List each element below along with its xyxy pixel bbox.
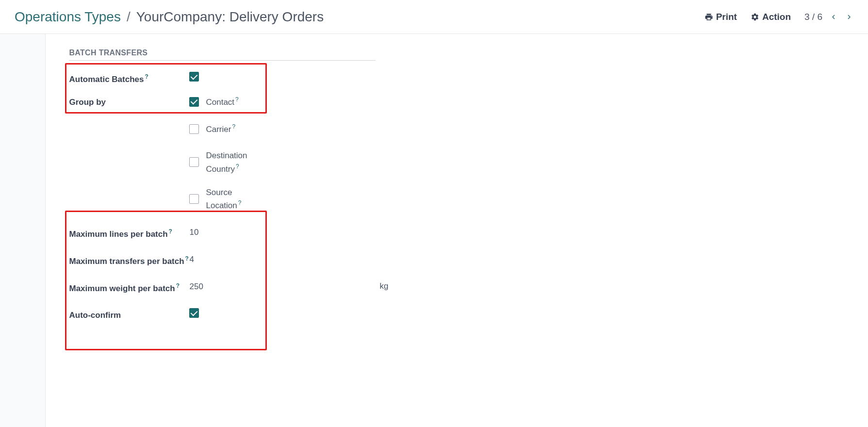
field-group-by-destination: Destination Country? [69,147,845,175]
max-transfers-label-text: Maximum transfers per batch [69,257,184,266]
print-icon [704,13,713,21]
group-by-destination-checkbox[interactable] [189,157,199,167]
group-by-label: Group by [69,93,189,109]
help-icon[interactable]: ? [185,255,189,262]
field-group-by-source: Source Location? [69,184,845,212]
print-button[interactable]: Print [704,12,737,22]
chevron-right-icon [845,13,853,21]
group-by-carrier-label: Carrier? [206,122,235,135]
automatic-batches-checkbox[interactable] [189,72,199,82]
group-by-source-label: Source Location? [206,186,269,212]
pager-text: 3 / 6 [804,12,822,22]
topbar-actions: Print Action 3 / 6 [704,12,853,22]
max-lines-value[interactable]: 10 [189,227,198,237]
pager-next[interactable] [845,13,853,21]
chevron-left-icon [829,13,838,21]
help-icon[interactable]: ? [176,282,180,289]
action-button[interactable]: Action [751,12,791,22]
field-automatic-batches: Automatic Batches? [69,69,845,88]
group-by-destination-text: Destination Country [206,151,247,173]
max-weight-value[interactable]: 250 [189,281,203,292]
group-by-contact-checkbox[interactable] [189,97,199,107]
group-by-contact-label: Contact? [206,95,238,108]
field-group-by-carrier: Carrier? [69,120,845,138]
auto-confirm-label: Auto-confirm [69,306,189,322]
field-auto-confirm: Auto-confirm [69,306,845,324]
max-weight-unit: kg [379,281,388,291]
form-area: BATCH TRANSFERS Automatic Batches? Group… [46,34,868,427]
help-icon[interactable]: ? [169,228,172,235]
help-icon[interactable]: ? [145,73,148,80]
max-transfers-label: Maximum transfers per batch? [69,251,189,268]
max-transfers-value[interactable]: 4 [189,254,194,264]
action-label: Action [762,12,791,22]
breadcrumb-separator: / [127,9,131,25]
section-title: BATCH TRANSFERS [69,49,376,61]
group-by-destination-label: Destination Country? [206,149,269,175]
left-gutter [0,34,46,427]
group-by-carrier-text: Carrier [206,125,231,134]
group-by-carrier-checkbox[interactable] [189,124,199,134]
max-weight-label: Maximum weight per batch? [69,279,189,295]
print-label: Print [716,12,737,22]
max-weight-label-text: Maximum weight per batch [69,284,175,293]
field-max-lines: Maximum lines per batch? 10 [69,224,845,243]
pager: 3 / 6 [804,12,853,22]
breadcrumb-root[interactable]: Operations Types [15,9,121,25]
field-group-by: Group by Contact? [69,93,845,111]
breadcrumb: Operations Types / YourCompany: Delivery… [15,9,324,25]
help-icon[interactable]: ? [236,163,239,170]
gear-icon [751,13,759,21]
group-by-source-text: Source Location [206,188,237,210]
pager-prev[interactable] [829,13,838,21]
help-icon[interactable]: ? [235,96,239,103]
max-lines-label: Maximum lines per batch? [69,224,189,241]
auto-confirm-checkbox[interactable] [189,308,199,318]
max-lines-label-text: Maximum lines per batch [69,230,167,239]
breadcrumb-current: YourCompany: Delivery Orders [136,9,324,25]
content: BATCH TRANSFERS Automatic Batches? Group… [0,34,868,427]
automatic-batches-label: Automatic Batches? [69,69,189,86]
group-by-source-checkbox[interactable] [189,194,199,204]
field-max-transfers: Maximum transfers per batch? 4 [69,251,845,270]
help-icon[interactable]: ? [238,199,242,206]
help-icon[interactable]: ? [232,123,235,130]
group-by-contact-text: Contact [206,98,234,107]
topbar: Operations Types / YourCompany: Delivery… [0,0,868,34]
automatic-batches-label-text: Automatic Batches [69,75,144,84]
field-max-weight: Maximum weight per batch? 250 kg [69,279,845,297]
